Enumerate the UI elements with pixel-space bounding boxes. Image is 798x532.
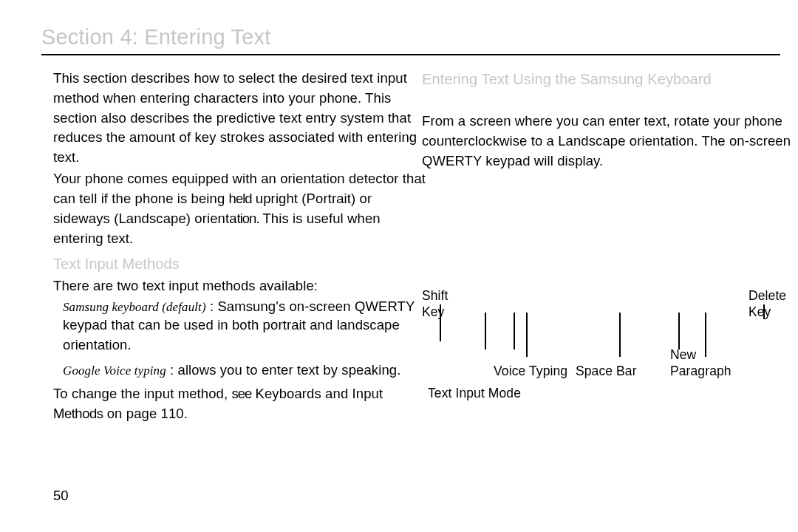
- horizontal-rule: [41, 54, 780, 55]
- methods-intro: There are two text input methods availab…: [53, 276, 318, 296]
- change-input-b: see: [231, 386, 251, 401]
- orientation-line-2b: held: [229, 191, 252, 206]
- samsung-keyboard-heading: Entering Text Using the Samsung Keyboard: [422, 69, 762, 89]
- method-1-line-1: Samsung keyboard (default) : Samsung's o…: [63, 297, 415, 317]
- method-1-name: Samsung keyboard (default): [63, 300, 206, 314]
- orientation-line-3b: tion.: [237, 211, 259, 226]
- change-input-2b: on page 110.: [107, 406, 188, 421]
- label-shift-key: Shift Key: [422, 288, 459, 321]
- page-number: 50: [53, 488, 69, 504]
- orientation-line-3: sideways (Landscape) orientation. This i…: [53, 209, 381, 229]
- orientation-line-4: entering text.: [53, 229, 133, 249]
- change-input-c: Keyboards and Input: [256, 386, 383, 401]
- orientation-line-3a: sideways (Landscape) orienta: [53, 211, 237, 226]
- change-input-line-1: To change the input method, see Keyboard…: [53, 384, 383, 404]
- orientation-line-2: can tell if the phone is being held upri…: [53, 189, 372, 209]
- label-new-paragraph: New Paragraph: [670, 347, 744, 380]
- label-text-input-mode: Text Input Mode: [428, 384, 521, 403]
- text-input-methods-heading: Text Input Methods: [53, 253, 180, 275]
- orientation-line-1: Your phone comes equipped with an orient…: [53, 169, 445, 189]
- label-delete-key: Delete Key: [748, 288, 798, 321]
- leader-line: [619, 313, 621, 357]
- method-2-name: Google Voice typing: [63, 364, 166, 378]
- leader-line: [678, 313, 680, 349]
- change-input-line-2: Methods on page 110.: [53, 404, 188, 424]
- orientation-line-3c: This is useful when: [262, 211, 380, 226]
- document-page: Section 4: Entering Text This section de…: [0, 0, 798, 532]
- method-2-line: Google Voice typing : allows you to ente…: [63, 361, 400, 381]
- orientation-line-2c: upright (Portrait) or: [256, 191, 372, 206]
- samsung-keyboard-paragraph: From a screen where you can enter text, …: [422, 112, 798, 171]
- leader-line: [485, 313, 486, 349]
- change-input-2a: Methods: [53, 406, 103, 421]
- orientation-line-2a: can tell if the phone is being: [53, 191, 225, 206]
- leader-line: [526, 313, 528, 357]
- intro-paragraph: This section describes how to select the…: [53, 69, 430, 168]
- change-input-a: To change the input method,: [53, 386, 228, 401]
- label-voice-typing: Voice Typing: [494, 362, 567, 381]
- section-title: Section 4: Entering Text: [41, 25, 271, 50]
- method-2-rest: : allows you to enter text by speaking.: [170, 362, 400, 378]
- method-1-cont: keypad that can be used in both portrait…: [63, 316, 417, 355]
- method-1-sep: :: [210, 299, 214, 314]
- label-space-bar: Space Bar: [576, 362, 637, 381]
- method-1-rest: Samsung's on-screen QWERTY: [217, 299, 415, 314]
- leader-line: [514, 313, 515, 349]
